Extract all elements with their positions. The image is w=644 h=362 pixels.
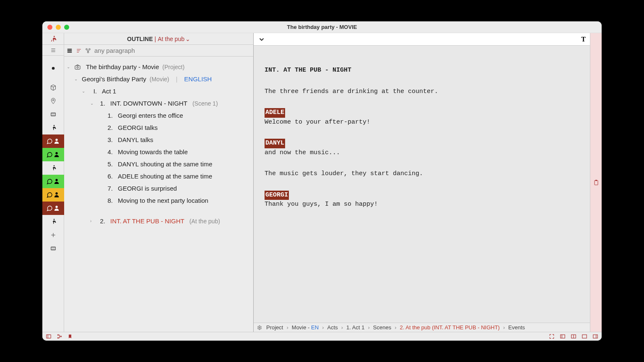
chat-icon-green-1[interactable] bbox=[42, 148, 64, 161]
caret-icon[interactable]: ⌄ bbox=[74, 77, 78, 81]
traffic-lights bbox=[47, 25, 69, 30]
outline-header[interactable]: OUTLINE | At the pub ⌄ bbox=[64, 33, 253, 45]
layout-icon-4[interactable] bbox=[592, 334, 598, 339]
outline-tree: ⌄ The birthday party - Movie (Project) ⌄… bbox=[64, 57, 253, 332]
movie-row[interactable]: ⌄ Georgi's Birthday Party (Movie) | ENGL… bbox=[64, 73, 251, 85]
tree-icon[interactable] bbox=[57, 334, 62, 339]
beat-num: 4. bbox=[105, 148, 113, 155]
outline-panel: OUTLINE | At the pub ⌄ ⌄ The birthday pa… bbox=[64, 33, 254, 332]
crumb-scenes[interactable]: Scenes bbox=[373, 324, 391, 331]
search-input[interactable] bbox=[94, 47, 251, 54]
sidebar-spacer[interactable] bbox=[42, 45, 64, 56]
svg-rect-36 bbox=[47, 335, 51, 338]
outline-crumb: At the pub bbox=[158, 36, 184, 42]
running-man-icon[interactable] bbox=[42, 33, 64, 45]
movie-lang[interactable]: ENGLISH bbox=[184, 75, 212, 83]
outline-sep: | bbox=[154, 36, 156, 42]
crumb-movie[interactable]: Movie - EN bbox=[292, 324, 319, 331]
scene-row-1[interactable]: ⌄ 1. INT. DOWNTOWN - NIGHT (Scene 1) bbox=[64, 97, 251, 109]
svg-rect-22 bbox=[68, 49, 72, 49]
beat-text: Georgi enters the office bbox=[118, 112, 183, 119]
action-line: The music gets louder, they start dancin… bbox=[265, 169, 579, 179]
beat-row[interactable]: 4.Moving towards the table bbox=[64, 146, 251, 158]
gear-icon[interactable] bbox=[257, 325, 262, 330]
add-icon[interactable] bbox=[42, 228, 64, 242]
crumb-project[interactable]: Project bbox=[266, 324, 283, 331]
act-row[interactable]: ⌄ I. Act 1 bbox=[64, 85, 251, 97]
beat-num: 6. bbox=[105, 173, 113, 180]
layout-icon-1[interactable] bbox=[560, 334, 566, 339]
fullscreen-icon[interactable] bbox=[549, 334, 555, 339]
minimize-window-button[interactable] bbox=[56, 25, 61, 30]
maximize-window-button[interactable] bbox=[64, 25, 69, 30]
scene-title-current: INT. AT THE PUB - NIGHT bbox=[110, 217, 184, 225]
dialog-line: Thank you guys, I am so happy! bbox=[265, 200, 579, 209]
svg-rect-45 bbox=[582, 335, 587, 338]
beat-num: 5. bbox=[105, 160, 113, 168]
crumb-acts[interactable]: Acts bbox=[327, 324, 338, 331]
scene-tag: (Scene 1) bbox=[192, 100, 218, 107]
beat-num: 8. bbox=[105, 197, 113, 204]
text-format-button[interactable]: T bbox=[581, 36, 586, 43]
film-icon[interactable] bbox=[42, 108, 64, 121]
scene-num: 1. bbox=[98, 100, 105, 107]
beat-row[interactable]: 7.GEORGI is surprised bbox=[64, 182, 251, 194]
chat-icon-yellow[interactable] bbox=[42, 188, 64, 202]
beat-row[interactable]: 6.ADELE shouting at the same time bbox=[64, 170, 251, 182]
project-row[interactable]: ⌄ The birthday party - Movie (Project) bbox=[64, 61, 251, 73]
chat-icon-red-2[interactable] bbox=[42, 202, 64, 215]
panel-left-icon[interactable] bbox=[46, 334, 52, 339]
crumb-scene[interactable]: 2. At the pub (INT. AT THE PUB - NIGHT) bbox=[400, 324, 500, 331]
chat-icon-green-2[interactable] bbox=[42, 175, 64, 188]
caret-icon[interactable]: ⌄ bbox=[82, 89, 86, 93]
chat-icon-red-1[interactable] bbox=[42, 134, 64, 148]
running-icon-4[interactable] bbox=[42, 215, 64, 228]
running-icon-3[interactable] bbox=[42, 161, 64, 175]
film-icon-2[interactable] bbox=[42, 242, 64, 255]
caret-right-icon[interactable]: › bbox=[90, 219, 94, 223]
bookmark-icon[interactable] bbox=[68, 334, 73, 339]
cube-icon[interactable] bbox=[42, 81, 64, 94]
svg-rect-46 bbox=[593, 335, 598, 338]
layout-icon-3[interactable] bbox=[582, 334, 587, 339]
dialog-line: and now the music... bbox=[265, 148, 579, 158]
chevron-down-icon[interactable] bbox=[258, 36, 265, 43]
location-icon[interactable] bbox=[42, 94, 64, 108]
beat-row[interactable]: 3.DANYL talks bbox=[64, 134, 251, 146]
script-editor[interactable]: INT. AT THE PUB - NIGHT The three friend… bbox=[254, 46, 590, 323]
beat-row[interactable]: 2.GEORGI talks bbox=[64, 122, 251, 134]
svg-point-33 bbox=[259, 327, 260, 328]
svg-point-16 bbox=[53, 219, 55, 220]
svg-rect-19 bbox=[51, 247, 55, 250]
svg-rect-24 bbox=[68, 52, 72, 52]
clipboard-button[interactable] bbox=[590, 33, 602, 332]
content-area: OUTLINE | At the pub ⌄ ⌄ The birthday pa… bbox=[42, 33, 602, 332]
dialog-line: Welcome to your after-party! bbox=[265, 118, 579, 127]
svg-point-0 bbox=[53, 36, 55, 37]
beat-text: Moving to the next party location bbox=[118, 197, 208, 204]
close-window-button[interactable] bbox=[47, 25, 52, 30]
list-icon[interactable] bbox=[76, 48, 82, 54]
running-icon-2[interactable] bbox=[42, 121, 64, 134]
beat-num: 7. bbox=[105, 185, 113, 192]
svg-point-39 bbox=[57, 337, 58, 338]
act-title: Act 1 bbox=[102, 88, 116, 95]
beat-row[interactable]: 5.DANYL shouting at the same time bbox=[64, 158, 251, 170]
beat-text: ADELE shouting at the same time bbox=[118, 173, 212, 180]
crumb-act[interactable]: 1. Act 1 bbox=[346, 324, 364, 331]
caret-icon[interactable]: ⌄ bbox=[67, 65, 71, 69]
scene-row-2[interactable]: › 2. INT. AT THE PUB - NIGHT (At the pub… bbox=[64, 215, 251, 227]
hierarchy-icon[interactable] bbox=[85, 48, 91, 54]
beat-row[interactable]: 1.Georgi enters the office bbox=[64, 109, 251, 122]
layout-icon-2[interactable] bbox=[571, 334, 576, 339]
svg-rect-34 bbox=[595, 180, 598, 185]
crumb-events[interactable]: Events bbox=[508, 324, 525, 331]
outline-label: OUTLINE bbox=[127, 36, 153, 42]
project-title: The birthday party - Movie bbox=[86, 63, 159, 70]
dot-icon[interactable] bbox=[42, 62, 64, 75]
caret-icon[interactable]: ⌄ bbox=[90, 101, 94, 106]
svg-point-10 bbox=[55, 139, 57, 141]
action-line: The three friends are drinking at the co… bbox=[265, 87, 579, 97]
beat-row[interactable]: 8.Moving to the next party location bbox=[64, 194, 251, 207]
view-mode-icon[interactable] bbox=[67, 48, 73, 54]
